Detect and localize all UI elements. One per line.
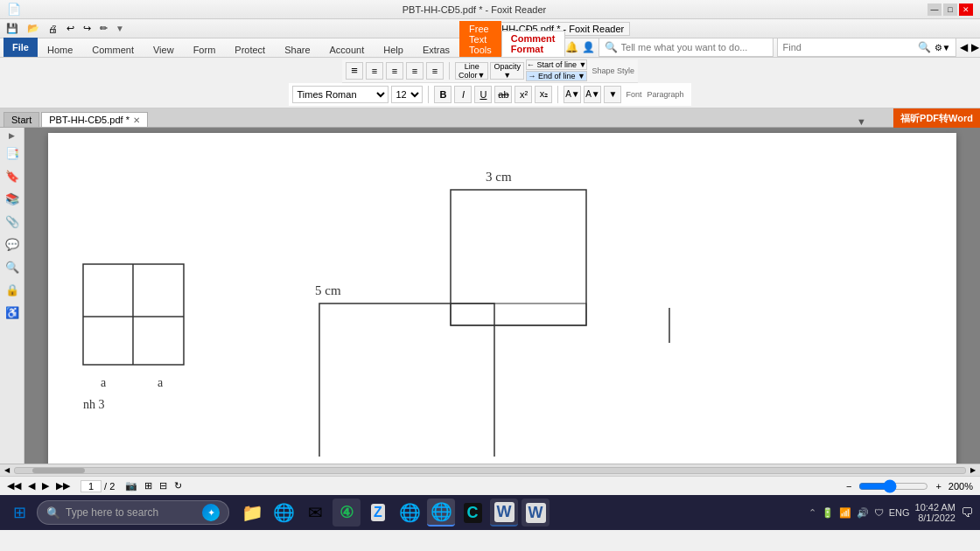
nav-next-btn[interactable]: ▶ [42,480,49,492]
scroll-track[interactable] [14,467,966,474]
tab-extras[interactable]: Extras [413,42,459,57]
tell-me-input[interactable] [621,42,752,52]
alerts-icon[interactable]: 🔔 [565,41,578,53]
print-icon[interactable]: 🖨 [46,23,60,35]
customize-icon[interactable]: ▼ [116,24,124,33]
superscript-btn[interactable]: x² [514,86,532,103]
start-button[interactable]: ⊞ [4,497,35,528]
tab-free-text-tools[interactable]: Free Text Tools [459,21,501,57]
taskbar-app-chrome1[interactable]: 🌐 [396,499,424,527]
attachments-icon[interactable]: 📎 [3,212,22,231]
find-box[interactable]: 🔍 ⚙▼ [777,38,957,57]
zoom-out-btn[interactable]: − [846,481,851,492]
tab-close-btn[interactable]: ✕ [133,115,140,125]
bookmark-icon[interactable]: 🔖 [3,166,22,185]
align-left-btn[interactable]: ≡ [366,62,383,80]
text-highlight-btn[interactable]: A▼ [584,86,601,103]
taskbar-app-explorer[interactable]: 📁 [238,499,266,527]
account-icon[interactable]: 👤 [582,41,595,53]
zoom-slider[interactable] [858,479,928,493]
font-color-btn[interactable]: A▼ [564,86,581,103]
tab-comment[interactable]: Comment [82,42,144,57]
tab-account[interactable]: Account [320,42,374,57]
fit-width-icon[interactable]: ⊟ [159,480,167,492]
page-canvas[interactable]: a a nh 3 3 cm 5 cm [24,128,980,464]
scroll-right-arrow[interactable]: ▶ [968,466,978,474]
maximize-button[interactable]: □ [943,3,957,16]
copilot-icon[interactable]: ✦ [202,504,220,521]
taskbar-app-word[interactable]: W [490,499,518,527]
tab-share[interactable]: Share [275,42,319,57]
tray-clock[interactable]: 10:42 AM 8/1/2022 [915,502,956,523]
layers-icon[interactable]: 📚 [3,189,22,208]
tab-form[interactable]: Form [184,42,226,57]
sidebar-collapse-icon[interactable]: ▶ [9,131,15,140]
line-color-btn[interactable]: LineColor▼ [455,62,488,80]
font-size-select[interactable]: 12 [391,86,423,103]
taskbar-search[interactable]: 🔍 Type here to search ✦ [37,500,229,525]
underline-btn[interactable]: U [474,86,492,103]
find-search-icon[interactable]: 🔍 [918,41,931,53]
rotate-icon[interactable]: ↻ [174,480,182,492]
tell-me-box[interactable]: 🔍 [598,38,774,57]
taskbar-app-mail[interactable]: ✉ [301,499,329,527]
tabs-dropdown-btn[interactable]: ▼ [857,116,866,127]
font-more-btn[interactable]: ▼ [604,86,621,103]
taskbar-app-word2[interactable]: W [522,499,550,527]
nav-first-btn[interactable]: ◀◀ [7,480,21,492]
opacity-btn[interactable]: Opacity▼ [490,62,524,80]
nav-panel-icon[interactable]: 📑 [3,143,22,163]
tab-home[interactable]: Home [38,42,82,57]
comments-panel-icon[interactable]: 💬 [3,234,22,254]
nav-last-btn[interactable]: ▶▶ [56,480,70,492]
accessibility-icon[interactable]: ♿ [3,303,22,322]
align-justify-btn[interactable]: ≡ [426,62,444,80]
tray-lang[interactable]: ENG [889,507,910,518]
minimize-button[interactable]: — [928,3,942,16]
horizontal-scrollbar[interactable]: ◀ ▶ [0,464,980,476]
search-panel-icon[interactable]: 🔍 [3,257,22,276]
scroll-thumb[interactable] [32,468,85,473]
security-icon[interactable]: 🔒 [3,280,22,299]
back-nav-icon[interactable]: ◀ [960,41,968,53]
tab-start[interactable]: Start [4,112,39,127]
align-center-btn[interactable]: ≡ [386,62,403,80]
subscript-btn[interactable]: x₂ [535,86,552,103]
snapshot-icon[interactable]: 📷 [125,480,137,492]
redo-icon[interactable]: ↪ [80,22,94,35]
bold-btn[interactable]: B [434,86,452,103]
end-of-line-btn[interactable]: → End of line ▼ [526,71,587,81]
foxit-pdf-word-badge[interactable]: 福昕PDF转Word [893,108,980,128]
start-of-line-btn[interactable]: ← Start of line ▼ [526,59,587,70]
tab-protect[interactable]: Protect [225,42,275,57]
taskbar-app-4[interactable]: ④ [332,499,360,527]
undo-icon[interactable]: ↩ [64,22,77,35]
taskbar-app-edge[interactable]: 🌐 [270,499,298,527]
find-input[interactable] [783,42,914,52]
taskbar-app-chrome2[interactable]: 🌐 [427,499,455,527]
italic-btn[interactable]: I [454,86,472,103]
edit-icon[interactable]: ✏ [97,22,110,35]
nav-prev-btn[interactable]: ◀ [28,480,35,492]
close-button[interactable]: ✕ [959,3,973,16]
open-icon[interactable]: 📂 [24,22,42,35]
scroll-left-arrow[interactable]: ◀ [2,466,12,474]
page-input[interactable] [80,480,102,492]
tab-help[interactable]: Help [374,42,413,57]
tray-up-icon[interactable]: ⌃ [808,507,816,519]
zoom-in-btn[interactable]: + [935,481,941,492]
tab-document[interactable]: PBT-HH-CĐ5.pdf * ✕ [41,112,148,127]
tab-view[interactable]: View [144,42,184,57]
fit-page-icon[interactable]: ⊞ [144,480,152,492]
save-icon[interactable]: 💾 [4,22,21,35]
find-options-icon[interactable]: ⚙▼ [934,43,951,52]
tray-notification-icon[interactable]: 🗨 [961,506,973,520]
align-right-btn[interactable]: ≡ [406,62,424,80]
taskbar-app-canva[interactable]: C [458,499,486,527]
forward-nav-icon[interactable]: ▶ [971,41,979,53]
font-family-select[interactable]: Times Roman [292,86,388,103]
tab-file[interactable]: File [4,38,38,57]
list-btn[interactable]: ≡ [346,62,363,80]
strikethrough-btn[interactable]: ab [494,86,512,103]
tab-comment-format[interactable]: Comment Format [501,31,565,57]
